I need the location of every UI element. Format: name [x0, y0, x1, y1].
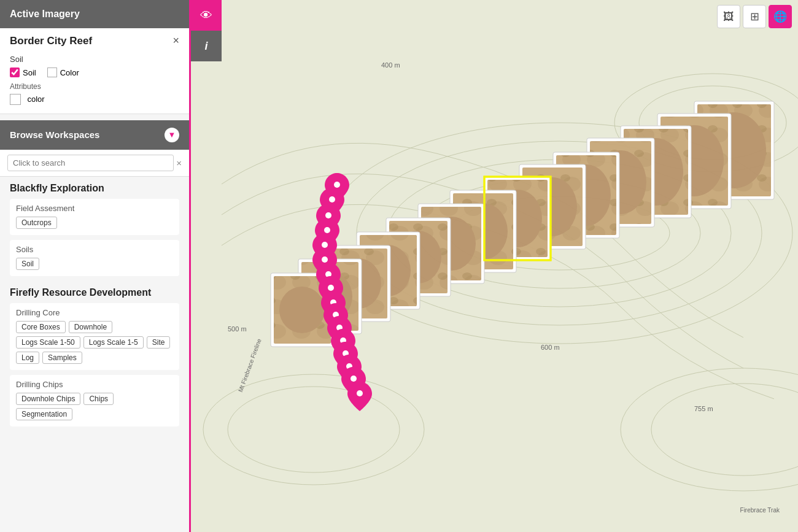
blackfly-exploration-group: Blackfly Exploration Field Assesment Out… [0, 177, 189, 281]
color-checkbox-box [47, 67, 57, 77]
active-imagery-header: Active Imagery [0, 0, 189, 28]
eye-tool-button[interactable]: 👁 [191, 0, 222, 31]
core-sample-group [271, 101, 774, 347]
map-left-toolbar: 👁 i [191, 0, 222, 61]
log-tag[interactable]: Log [16, 352, 39, 364]
color-checkbox-label[interactable]: Color [47, 67, 79, 77]
segmentation-tag[interactable]: Segmentation [16, 408, 72, 420]
info-tool-button[interactable]: i [191, 31, 222, 61]
samples-tag[interactable]: Samples [42, 352, 82, 364]
soils-title: Soils [16, 245, 173, 254]
downhole-chips-tag[interactable]: Downhole Chips [16, 393, 80, 405]
image-icon: 🖼 [723, 10, 734, 23]
drilling-core-tags: Core Boxes Downhole Logs Scale 1-50 Logs… [16, 321, 173, 364]
attr-color-box [10, 94, 21, 105]
soil-checkbox-row: Soil Color [10, 67, 179, 77]
active-imagery-title: Active Imagery [10, 9, 80, 19]
core-samples-container [191, 0, 798, 532]
logs-scale-1-50-tag[interactable]: Logs Scale 1-50 [16, 336, 80, 349]
globe-icon: 🌐 [773, 10, 787, 23]
search-clear-button[interactable]: × [176, 158, 182, 168]
search-input[interactable] [7, 155, 174, 171]
border-city-section: Border City Reef × Soil Soil Color Attri… [0, 28, 189, 114]
drilling-core-title: Drilling Core [16, 308, 173, 317]
attributes-label: Attributes [10, 82, 179, 91]
map-toolbar: 🖼 ⊞ 🌐 [717, 5, 792, 28]
grid-icon: ⊞ [750, 10, 759, 23]
map-area[interactable]: 👁 i 🖼 ⊞ 🌐 [191, 0, 798, 532]
attr-color-label: color [27, 94, 44, 104]
search-bar-wrap: × [0, 150, 189, 177]
outcrops-tag[interactable]: Outcrops [16, 217, 57, 229]
image-toolbar-button[interactable]: 🖼 [717, 5, 740, 28]
border-city-close-button[interactable]: × [172, 34, 179, 47]
globe-toolbar-button[interactable]: 🌐 [769, 5, 792, 28]
svg-point-55 [279, 287, 325, 333]
field-assesment-title: Field Assesment [16, 204, 173, 213]
grid-toolbar-button[interactable]: ⊞ [743, 5, 766, 28]
chips-tag[interactable]: Chips [83, 393, 114, 405]
browse-workspaces-header: Browse Workspaces ▼ [0, 120, 189, 150]
soil-tag[interactable]: Soil [16, 258, 39, 270]
drilling-chips-group: Drilling Chips Downhole Chips Chips Segm… [10, 375, 179, 426]
logs-scale-1-5-tag[interactable]: Logs Scale 1-5 [83, 336, 144, 349]
browse-dropdown-button[interactable]: ▼ [165, 128, 179, 142]
info-icon: i [204, 40, 207, 53]
border-city-title: Border City Reef [10, 35, 92, 47]
soils-group: Soils Soil [10, 240, 179, 276]
browse-workspaces-title: Browse Workspaces [10, 129, 99, 140]
site-tag[interactable]: Site [147, 336, 171, 349]
soil-checkbox[interactable] [10, 67, 20, 77]
field-assesment-tags: Outcrops [16, 217, 173, 229]
field-assesment-group: Field Assesment Outcrops [10, 199, 179, 235]
border-city-header: Border City Reef × [0, 28, 189, 51]
downhole-tag[interactable]: Downhole [69, 321, 112, 333]
drilling-chips-title: Drilling Chips [16, 380, 173, 389]
attributes-section: Attributes color [10, 82, 179, 105]
soil-section-label: Soil [10, 55, 179, 64]
soils-tags: Soil [16, 258, 173, 270]
firefly-resource-group: Firefly Resource Development Drilling Co… [0, 281, 189, 431]
dropdown-arrow-icon: ▼ [168, 130, 176, 139]
blackfly-exploration-title: Blackfly Exploration [10, 183, 179, 194]
drilling-chips-tags: Downhole Chips Chips Segmentation [16, 393, 173, 420]
soil-checkbox-label[interactable]: Soil [10, 67, 36, 77]
soil-section: Soil Soil Color Attributes color [0, 51, 189, 114]
core-boxes-tag[interactable]: Core Boxes [16, 321, 66, 333]
color-checkbox-text: Color [60, 68, 79, 77]
soil-checkbox-text: Soil [23, 68, 36, 77]
firefly-resource-title: Firefly Resource Development [10, 287, 179, 298]
core-samples-svg [191, 0, 798, 532]
eye-icon: 👁 [200, 9, 212, 23]
sidebar: Active Imagery Border City Reef × Soil S… [0, 0, 191, 532]
drilling-core-group: Drilling Core Core Boxes Downhole Logs S… [10, 303, 179, 370]
